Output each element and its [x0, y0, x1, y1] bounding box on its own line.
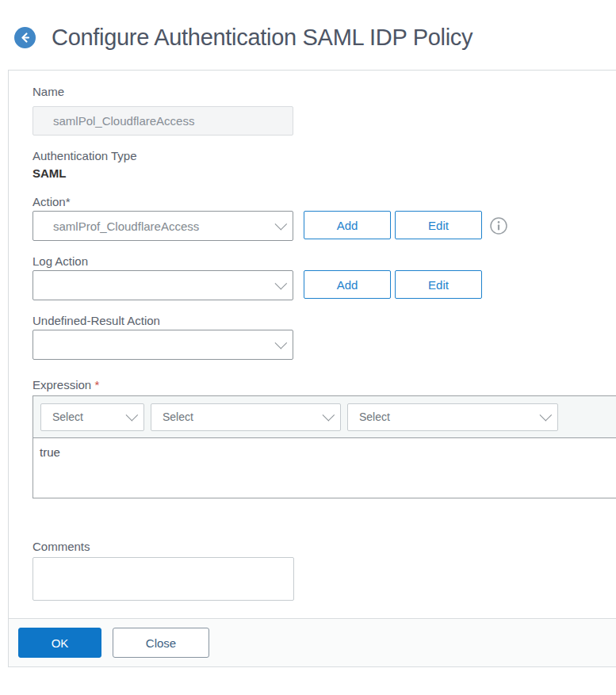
expression-toolbar: Select Select Select [33, 396, 616, 438]
undefined-action-label: Undefined-Result Action [33, 313, 616, 328]
back-button[interactable] [14, 27, 36, 48]
comments-label: Comments [33, 539, 616, 554]
action-dropdown[interactable]: samlProf_CloudflareAccess [33, 211, 293, 241]
action-dropdown-value: samlProf_CloudflareAccess [53, 220, 274, 233]
ok-button[interactable]: OK [18, 628, 101, 658]
chevron-down-icon [126, 408, 139, 421]
comments-input[interactable] [33, 557, 294, 601]
expression-input[interactable]: true [33, 438, 616, 498]
expression-editor: Select Select Select true [33, 395, 616, 498]
chevron-down-icon [275, 217, 288, 230]
action-add-button[interactable]: Add [304, 211, 391, 239]
log-action-label: Log Action [33, 254, 616, 269]
page-title: Configure Authentication SAML IDP Policy [52, 25, 473, 51]
form-panel: Name Authentication Type SAML Action* sa… [8, 70, 616, 667]
chevron-down-icon [275, 277, 288, 289]
auth-type-value: SAML [33, 166, 616, 181]
form-footer: OK Close [9, 618, 616, 667]
auth-type-label: Authentication Type [33, 148, 616, 163]
chevron-down-icon [540, 408, 553, 421]
log-action-edit-button[interactable]: Edit [395, 270, 482, 299]
action-label: Action* [33, 194, 616, 209]
chevron-down-icon [275, 336, 288, 349]
required-asterisk: * [94, 378, 99, 391]
expression-select-3-value: Select [359, 411, 390, 423]
name-input [33, 106, 293, 136]
action-edit-button[interactable]: Edit [395, 211, 482, 239]
chevron-down-icon [323, 408, 335, 421]
expression-select-1[interactable]: Select [40, 403, 144, 431]
undefined-action-dropdown[interactable] [33, 330, 293, 360]
close-button[interactable]: Close [113, 628, 209, 658]
expression-select-2[interactable]: Select [151, 403, 341, 431]
page-header: Configure Authentication SAML IDP Policy [0, 0, 616, 70]
info-icon[interactable] [490, 217, 507, 235]
back-arrow-icon [19, 32, 31, 44]
name-label: Name [33, 84, 616, 99]
log-action-add-button[interactable]: Add [304, 270, 391, 299]
expression-label: Expression * [33, 377, 616, 392]
log-action-dropdown[interactable] [33, 270, 293, 300]
expression-select-2-value: Select [163, 411, 193, 423]
expression-select-3[interactable]: Select [347, 403, 558, 431]
expression-select-1-value: Select [52, 411, 83, 423]
